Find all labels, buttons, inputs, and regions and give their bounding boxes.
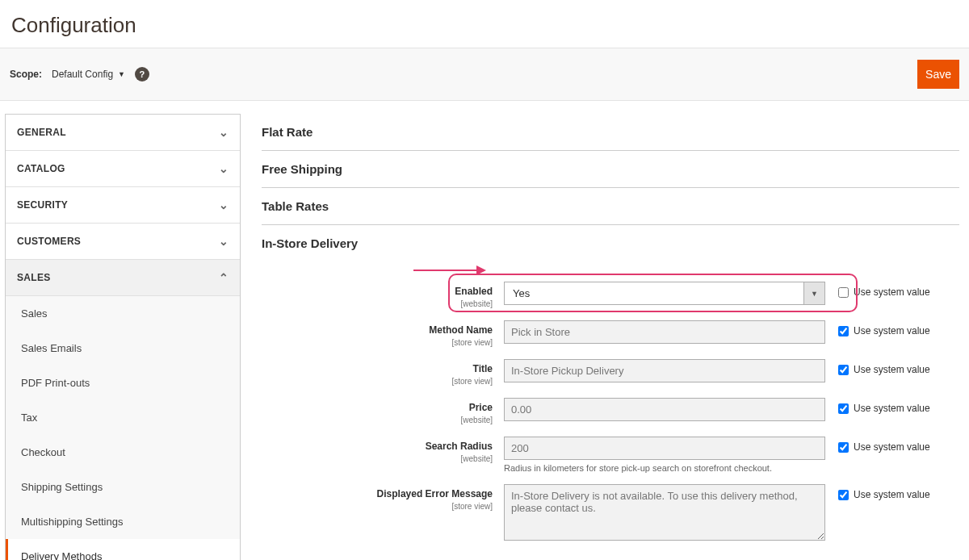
use-system-label: Use system value (854, 364, 930, 375)
sidebar-item-tax[interactable]: Tax (6, 400, 240, 435)
enabled-value: Yes (505, 282, 803, 304)
chevron-down-icon: ⌄ (219, 162, 229, 175)
sidebar-cat-label: Security (17, 199, 68, 211)
sidebar-item-checkout[interactable]: Checkout (6, 435, 240, 470)
chevron-down-icon: ⌄ (219, 235, 229, 248)
save-button[interactable]: Save (917, 60, 959, 89)
scope-label: Scope: (10, 69, 42, 80)
sidebar: General⌄ Catalog⌄ Security⌄ Customers⌄ S… (5, 114, 241, 560)
enabled-label: Enabled[website] (262, 282, 504, 309)
sidebar-item-shipping-settings[interactable]: Shipping Settings (6, 470, 240, 504)
section-free-shipping[interactable]: Free Shipping (262, 151, 959, 188)
section-table-rates[interactable]: Table Rates (262, 188, 959, 225)
section-in-store[interactable]: In-Store Delivery (262, 225, 959, 261)
chevron-up-icon: ⌃ (219, 271, 229, 284)
scope-select[interactable]: Default Config (52, 69, 113, 80)
sidebar-cat-label: Catalog (17, 163, 65, 174)
sidebar-cat-label: Customers (17, 236, 81, 247)
price-input[interactable] (504, 398, 825, 421)
use-system-label: Use system value (854, 489, 930, 500)
error-use-system-checkbox[interactable] (838, 490, 849, 500)
radius-use-system-checkbox[interactable] (838, 442, 849, 453)
sidebar-sub-sales: Sales Sales Emails PDF Print-outs Tax Ch… (6, 296, 240, 560)
radius-hint: Radius in kilometers for store pick-up s… (504, 463, 825, 473)
main-panel: Flat Rate Free Shipping Table Rates In-S… (262, 114, 964, 560)
use-system-label: Use system value (854, 403, 930, 414)
sidebar-item-multishipping[interactable]: Multishipping Settings (6, 504, 240, 539)
sidebar-cat-security[interactable]: Security⌄ (6, 187, 240, 224)
sidebar-cat-general[interactable]: General⌄ (6, 115, 240, 151)
page-title: Configuration (0, 0, 969, 48)
sidebar-cat-sales[interactable]: Sales⌃ (6, 260, 240, 296)
error-textarea[interactable]: In-Store Delivery is not available. To u… (504, 484, 825, 541)
section-flat-rate[interactable]: Flat Rate (262, 114, 959, 151)
use-system-label: Use system value (854, 325, 930, 336)
title-input[interactable] (504, 359, 825, 382)
enabled-use-system-checkbox[interactable] (838, 287, 849, 298)
caret-down-icon[interactable]: ▼ (118, 70, 125, 78)
sidebar-item-delivery-methods[interactable]: Delivery Methods (6, 539, 240, 560)
price-use-system-checkbox[interactable] (838, 403, 849, 414)
title-use-system-checkbox[interactable] (838, 365, 849, 375)
use-system-label: Use system value (854, 286, 930, 298)
sidebar-cat-catalog[interactable]: Catalog⌄ (6, 151, 240, 187)
error-label: Displayed Error Message[store view] (262, 484, 504, 512)
sidebar-item-pdf[interactable]: PDF Print-outs (6, 366, 240, 400)
price-label: Price[website] (262, 398, 504, 425)
sidebar-cat-label: General (17, 127, 66, 138)
method-name-use-system-checkbox[interactable] (838, 326, 849, 336)
sidebar-cat-label: Sales (17, 272, 51, 283)
title-label: Title[store view] (262, 359, 504, 387)
chevron-down-icon: ⌄ (219, 199, 229, 211)
section-ups[interactable]: UPS (262, 554, 959, 560)
method-name-label: Method Name[store view] (262, 320, 504, 348)
help-icon[interactable]: ? (135, 67, 149, 81)
chevron-down-icon: ⌄ (219, 126, 229, 139)
sidebar-item-sales-emails[interactable]: Sales Emails (6, 331, 240, 366)
svg-marker-1 (476, 265, 486, 275)
in-store-form: Enabled[website] Yes ▼ Use system value … (262, 266, 959, 543)
enabled-select[interactable]: Yes ▼ (504, 282, 825, 305)
caret-down-icon: ▼ (803, 282, 824, 304)
sidebar-item-sales[interactable]: Sales (6, 296, 240, 331)
toolbar: Scope: Default Config ▼ ? Save (0, 48, 969, 101)
method-name-input[interactable] (504, 320, 825, 344)
radius-input[interactable] (504, 437, 825, 460)
arrow-icon (413, 262, 486, 278)
radius-label: Search Radius[website] (262, 437, 504, 464)
use-system-label: Use system value (854, 441, 930, 453)
sidebar-cat-customers[interactable]: Customers⌄ (6, 224, 240, 260)
